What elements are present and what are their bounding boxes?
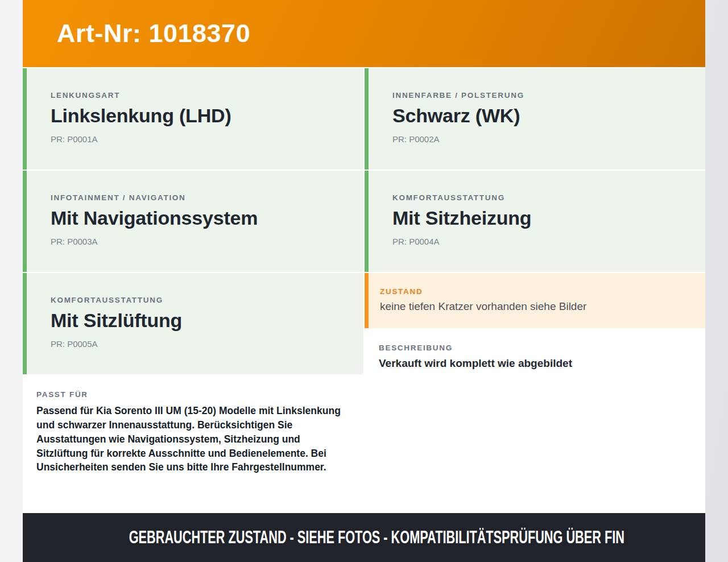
spec-pr-code: PR: P0005A [51,339,352,349]
beschreibung-label: BESCHREIBUNG [379,344,694,352]
zustand-value: keine tiefen Kratzer vorhanden siehe Bil… [380,300,694,313]
spec-grid: LENKUNGSART Linkslenkung (LHD) PR: P0001… [23,67,705,512]
spec-label: INFOTAINMENT / NAVIGATION [51,193,352,202]
spec-label: LENKUNGSART [51,91,352,100]
spec-card-innenfarbe: INNENFARBE / POLSTERUNG Schwarz (WK) PR:… [365,68,705,170]
left-column: LENKUNGSART Linkslenkung (LHD) PR: P0001… [23,68,363,512]
spec-value: Mit Sitzheizung [392,207,694,229]
footer-banner: GEBRAUCHTER ZUSTAND - SIEHE FOTOS - KOMP… [23,512,705,562]
spec-value: Linkslenkung (LHD) [51,105,352,127]
spec-card-sitzlueftung: KOMFORTAUSSTATTUNG Mit Sitzlüftung PR: P… [23,273,363,374]
spec-card-infotainment: INFOTAINMENT / NAVIGATION Mit Navigation… [23,171,363,272]
spec-pr-code: PR: P0001A [51,134,352,144]
spec-pr-code: PR: P0003A [51,237,352,246]
passt-fuer-text: Passend für Kia Sorento III UM (15-20) M… [36,404,342,474]
beschreibung-card: BESCHREIBUNG Verkauft wird komplett wie … [365,329,705,512]
beschreibung-value: Verkauft wird komplett wie abgebildet [379,357,694,370]
spec-value: Mit Navigationssystem [51,207,352,229]
spec-value: Mit Sitzlüftung [51,309,352,332]
spec-card-lenkungsart: LENKUNGSART Linkslenkung (LHD) PR: P0001… [23,68,363,170]
zustand-card: ZUSTAND keine tiefen Kratzer vorhanden s… [365,273,705,328]
article-number-title: Art-Nr: 1018370 [57,19,250,48]
zustand-label: ZUSTAND [380,287,694,296]
spec-card-sitzheizung: KOMFORTAUSSTATTUNG Mit Sitzheizung PR: P… [365,171,705,272]
listing-page: Art-Nr: 1018370 LENKUNGSART Linkslenkung… [23,0,705,562]
footer-banner-text: GEBRAUCHTER ZUSTAND - SIEHE FOTOS - KOMP… [129,527,624,548]
passt-fuer-label: PASST FÜR [36,390,342,399]
footer-banner-textwrap: GEBRAUCHTER ZUSTAND - SIEHE FOTOS - KOMP… [23,527,728,548]
passt-fuer-card: PASST FÜR Passend für Kia Sorento III UM… [23,375,363,512]
header: Art-Nr: 1018370 [23,0,705,67]
spec-value: Schwarz (WK) [392,105,694,127]
spec-label: KOMFORTAUSSTATTUNG [51,296,352,304]
spec-label: INNENFARBE / POLSTERUNG [392,91,694,100]
spec-pr-code: PR: P0004A [392,237,694,246]
spec-pr-code: PR: P0002A [392,134,694,144]
spec-label: KOMFORTAUSSTATTUNG [392,193,694,202]
right-column: INNENFARBE / POLSTERUNG Schwarz (WK) PR:… [365,68,705,512]
